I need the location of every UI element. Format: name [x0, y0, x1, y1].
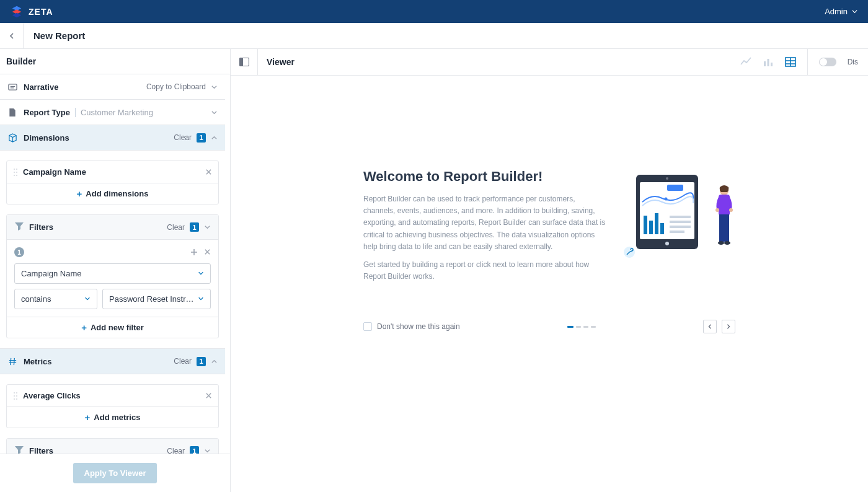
viewer-body: Welcome to Report Builder! Report Builde…	[231, 76, 868, 492]
svg-point-9	[14, 392, 15, 393]
zeta-logo-icon	[10, 5, 24, 19]
collapse-chevron-icon[interactable]	[211, 84, 218, 90]
filter-group: 1 Campaign Name contains	[7, 240, 218, 317]
svg-rect-33	[670, 231, 684, 233]
next-button[interactable]	[722, 320, 735, 333]
add-new-filter-button[interactable]: + Add new filter	[7, 317, 218, 338]
user-menu[interactable]: Admin	[825, 7, 858, 16]
chevron-down-icon	[198, 269, 204, 278]
dimensions-clear[interactable]: Clear	[174, 133, 192, 142]
add-filter-icon[interactable]	[190, 248, 198, 256]
logo-area: ZETA	[10, 5, 53, 19]
back-button[interactable]	[0, 23, 24, 49]
copy-to-clipboard[interactable]: Copy to Clipboard	[146, 82, 206, 91]
filter-operator-select[interactable]: contains	[14, 289, 97, 309]
dimension-chip: Campaign Name	[7, 161, 218, 183]
section-report-type[interactable]: Report Type Customer Marketing	[0, 100, 225, 125]
svg-rect-26	[644, 216, 647, 234]
filter-value-value: Password Reset Instructi...	[109, 294, 198, 304]
welcome-paragraph-1: Report Builder can be used to track perf…	[363, 193, 609, 253]
welcome-nav: Don't show me this again	[363, 320, 735, 333]
svg-point-37	[729, 208, 733, 212]
drag-handle-icon[interactable]	[13, 168, 18, 177]
wrench-icon	[624, 247, 635, 258]
builder-sidebar: Builder Narrative Copy to Clipboard Repo…	[0, 49, 231, 492]
viewer-header: Viewer Dis	[231, 49, 868, 76]
filter-field-value: Campaign Name	[21, 269, 82, 278]
dimensions-count-badge: 1	[197, 133, 206, 143]
svg-point-40	[718, 241, 724, 245]
hash-icon	[7, 356, 17, 366]
metrics-filters-header[interactable]: Filters Clear 1	[7, 439, 218, 454]
filters-count-badge: 1	[190, 222, 199, 232]
metric-chip-label: Average Clicks	[23, 391, 81, 400]
svg-rect-38	[719, 214, 724, 242]
report-type-value: Customer Marketing	[75, 108, 153, 117]
chevron-down-icon	[198, 294, 204, 304]
dot-1[interactable]	[567, 326, 574, 328]
line-chart-view-icon[interactable]	[740, 56, 751, 68]
svg-point-6	[16, 172, 17, 173]
metrics-filters-clear[interactable]: Clear	[167, 447, 185, 454]
dot-4[interactable]	[591, 326, 596, 328]
section-metrics[interactable]: Metrics Clear 1	[0, 349, 225, 374]
add-new-filter-label: Add new filter	[91, 323, 144, 332]
add-metrics-button[interactable]: + Add metrics	[7, 407, 218, 428]
filter-field-select[interactable]: Campaign Name	[14, 263, 211, 284]
svg-rect-28	[655, 213, 658, 234]
user-label: Admin	[825, 7, 848, 16]
dont-show-label: Don't show me this again	[377, 322, 460, 331]
header-bar: New Report	[0, 23, 868, 49]
dot-2[interactable]	[576, 326, 581, 328]
apply-to-viewer-button[interactable]: Apply To Viewer	[73, 463, 157, 483]
collapse-chevron-icon[interactable]	[204, 447, 211, 454]
filter-value-select[interactable]: Password Reset Instructi...	[102, 289, 211, 309]
svg-rect-31	[670, 221, 691, 223]
drag-handle-icon[interactable]	[13, 392, 18, 400]
report-type-label: Report Type	[24, 108, 70, 117]
narrative-icon	[7, 82, 17, 92]
plus-icon: +	[81, 322, 87, 333]
cube-icon	[7, 133, 17, 143]
display-toggle-label: Dis	[848, 58, 858, 66]
svg-rect-35	[719, 195, 730, 216]
collapse-chevron-icon[interactable]	[211, 358, 218, 365]
dont-show-checkbox[interactable]: Don't show me this again	[363, 322, 460, 331]
builder-title: Builder	[0, 49, 230, 74]
add-dimensions-button[interactable]: + Add dimensions	[7, 183, 218, 204]
filter-icon	[14, 445, 24, 454]
svg-point-10	[16, 392, 17, 393]
svg-rect-19	[771, 63, 773, 66]
plus-icon: +	[85, 412, 91, 423]
bar-chart-view-icon[interactable]	[763, 56, 774, 68]
remove-dimension-icon[interactable]	[205, 169, 212, 175]
chevron-down-icon	[851, 8, 858, 15]
collapse-chevron-icon[interactable]	[204, 224, 211, 231]
collapse-chevron-icon[interactable]	[211, 134, 218, 141]
dot-3[interactable]	[583, 326, 588, 328]
metrics-clear[interactable]: Clear	[174, 357, 192, 366]
pagination-dots	[567, 326, 596, 328]
svg-rect-29	[660, 223, 664, 234]
section-dimensions[interactable]: Dimensions Clear 1	[0, 125, 225, 151]
prev-button[interactable]	[703, 320, 717, 333]
display-toggle[interactable]	[819, 58, 836, 66]
top-bar: ZETA Admin	[0, 0, 868, 23]
report-type-icon	[7, 107, 17, 117]
page-title: New Report	[24, 30, 85, 41]
dimensions-filters-header[interactable]: Filters Clear 1	[7, 215, 218, 240]
chevron-right-icon	[725, 323, 732, 330]
filters-label: Filters	[29, 222, 53, 232]
panel-toggle-icon	[239, 58, 249, 66]
section-narrative[interactable]: Narrative Copy to Clipboard	[0, 74, 225, 100]
remove-filter-group-icon[interactable]	[204, 248, 211, 256]
viewer-title: Viewer	[258, 57, 294, 67]
table-view-icon[interactable]	[785, 56, 796, 68]
filters-clear[interactable]: Clear	[167, 223, 185, 232]
viewer-pane: Viewer Dis Welcome to Report Builder! Re…	[231, 49, 868, 492]
welcome-paragraph-2: Get started by building a report or clic…	[363, 259, 609, 283]
toggle-sidebar-button[interactable]	[231, 49, 258, 75]
collapse-chevron-icon[interactable]	[211, 109, 218, 116]
remove-metric-icon[interactable]	[205, 392, 212, 399]
welcome-title: Welcome to Report Builder!	[363, 169, 609, 185]
